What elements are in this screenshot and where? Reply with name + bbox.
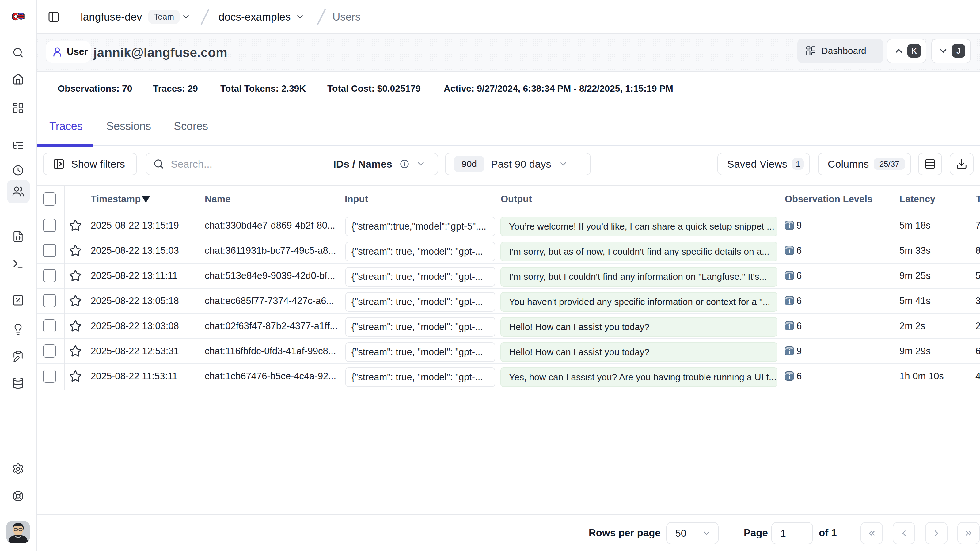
svg-text:i: i bbox=[789, 298, 790, 305]
svg-text:i: i bbox=[789, 222, 790, 230]
svg-text:i: i bbox=[789, 272, 790, 280]
svg-text:i: i bbox=[789, 373, 790, 381]
svg-text:i: i bbox=[789, 348, 790, 355]
svg-text:i: i bbox=[789, 247, 790, 255]
svg-text:i: i bbox=[789, 323, 790, 330]
